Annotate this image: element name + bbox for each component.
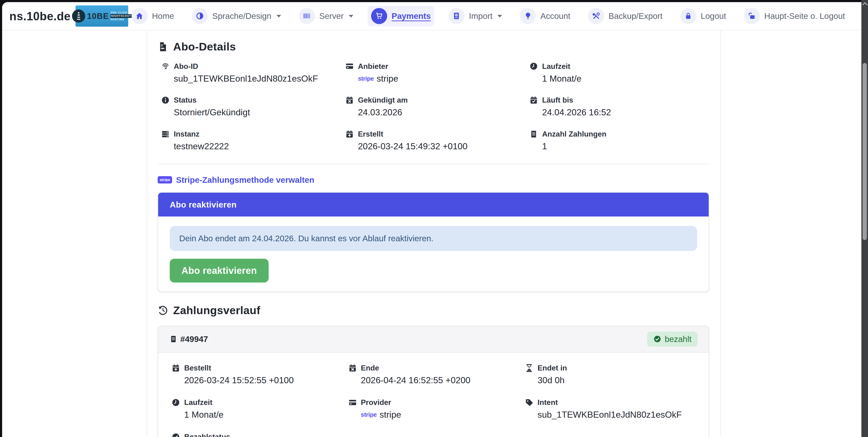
field-intent: Intent sub_1TEWKBEonl1eJdN80z1esOkF <box>525 398 697 420</box>
payment-id: #49947 <box>169 334 208 344</box>
calendar-plus-icon <box>345 130 354 139</box>
chevron-down-icon <box>276 15 281 18</box>
nav-item-logout[interactable]: Logout <box>677 6 729 26</box>
check-circle-icon <box>653 335 661 343</box>
field-instanz: Instanz testnew22222 <box>161 130 341 152</box>
clock-icon <box>172 398 180 407</box>
server-icon <box>161 130 170 139</box>
nav-item-account[interactable]: Account <box>517 6 574 26</box>
unlock-icon <box>744 8 760 24</box>
field-status: Status Storniert/Gekündigt <box>161 96 341 117</box>
left-margin <box>2 30 147 437</box>
field-bestellt: Bestellt 2026-03-24 15:52:55 +0100 <box>172 364 344 385</box>
hourglass-icon <box>525 364 534 373</box>
paid-status-badge: bezahlt <box>647 332 698 346</box>
reactivate-card: Abo reaktivieren Dein Abo endet am 24.04… <box>158 192 709 292</box>
page-body: Abo-Details Abo-ID sub_1TEWKBEonl1eJdN80… <box>2 30 861 437</box>
receipt-icon <box>169 335 178 343</box>
right-margin <box>721 30 861 437</box>
info-circle-icon <box>161 96 170 105</box>
tools-icon <box>588 8 604 24</box>
lightbulb-icon <box>520 8 536 24</box>
chevron-down-icon <box>349 15 353 18</box>
section-divider <box>158 164 709 164</box>
calendar-check-icon <box>529 96 538 105</box>
stripe-logo-badge: stripe <box>158 176 172 183</box>
scrollbar[interactable] <box>861 0 868 437</box>
field-erstellt: Erstellt 2026-03-24 15:49:32 +0100 <box>345 130 525 152</box>
home-icon <box>131 8 148 24</box>
credit-card-icon <box>345 62 354 71</box>
clock-icon <box>529 62 538 71</box>
cart-icon <box>371 8 387 24</box>
nav-item-import[interactable]: Import <box>445 6 506 26</box>
field-abo-id: Abo-ID sub_1TEWKBEonl1eJdN80z1esOkF <box>161 62 341 83</box>
stripe-manage-link[interactable]: stripe Stripe-Zahlungsmethode verwalten <box>158 175 314 184</box>
credit-card-icon <box>348 398 357 407</box>
desktop-frame: ns.10be.de 10BE ONE CLICK NIGHTSCOUT HOS… <box>0 0 868 437</box>
nav-item-hauptseite-logout[interactable]: Haupt-Seite o. Logout <box>741 6 848 26</box>
main-content: Abo-Details Abo-ID sub_1TEWKBEonl1eJdN80… <box>147 30 720 437</box>
passport-icon <box>448 8 465 24</box>
calendar-plus-icon <box>172 364 180 373</box>
field-anbieter: Anbieter stripestripe <box>345 62 525 83</box>
payment-entry-header: #49947 bezahlt <box>158 326 709 352</box>
brand-logo: 10BE ONE CLICK NIGHTSCOUT HOSTING <box>75 5 128 26</box>
field-provider: Provider stripestripe <box>348 398 521 420</box>
reactivate-card-body: Dein Abo endet am 24.04.2026. Du kannst … <box>158 216 709 291</box>
stripe-wordmark: stripe <box>361 411 377 418</box>
nav-item-sprache-design[interactable]: Sprache/Design <box>188 6 284 26</box>
field-pay-laufzeit: Laufzeit 1 Monat/e <box>172 398 344 420</box>
chevron-down-icon <box>497 15 502 18</box>
field-bezahlstatus: Bezahlstatus bezahlt <box>172 433 344 437</box>
field-laeuft-bis: Läuft bis 24.04.2026 16:52 <box>529 96 709 117</box>
field-anzahl-zahlungen: Anzahl Zahlungen 1 <box>529 130 709 152</box>
contrast-icon <box>192 8 208 24</box>
payment-entry-card: #49947 bezahlt Bestellt 2026-03-24 15:52… <box>158 326 709 437</box>
field-endet-in: Endet in 30d 0h <box>525 364 697 385</box>
stripe-wordmark: stripe <box>358 75 374 82</box>
reactivate-info-alert: Dein Abo endet am 24.04.2026. Du kannst … <box>170 226 697 251</box>
reactivate-button[interactable]: Abo reaktivieren <box>170 259 269 282</box>
nav-item-payments[interactable]: Payments <box>368 6 434 26</box>
top-navbar: ns.10be.de 10BE ONE CLICK NIGHTSCOUT HOS… <box>2 2 861 30</box>
field-laufzeit: Laufzeit 1 Monat/e <box>529 62 709 83</box>
payment-history-title: Zahlungsverlauf <box>158 304 709 317</box>
calendar-x-icon <box>348 364 357 373</box>
nav-item-backup-export[interactable]: Backup/Export <box>585 6 666 26</box>
receipt-icon <box>529 130 538 139</box>
field-gekuendigt-am: Gekündigt am 24.03.2026 <box>345 96 525 117</box>
calendar-x-icon <box>345 96 354 105</box>
reactivate-card-header: Abo reaktivieren <box>158 193 709 216</box>
payment-entry-body: Bestellt 2026-03-24 15:52:55 +0100 Ende … <box>158 352 709 437</box>
field-ende: Ende 2026-04-24 16:52:55 +0200 <box>348 364 521 385</box>
scroll-up-arrow-icon[interactable] <box>862 2 868 7</box>
lock-icon <box>680 8 696 24</box>
scrollbar-thumb[interactable] <box>863 63 867 240</box>
abo-details-grid: Abo-ID sub_1TEWKBEonl1eJdN80z1esOkF Anbi… <box>158 62 709 152</box>
brand-title: ns.10be.de <box>9 9 70 23</box>
logo-text-10be: 10BE <box>87 11 109 21</box>
tag-icon <box>525 398 534 407</box>
barcode-icon <box>299 8 315 24</box>
history-icon <box>158 305 168 316</box>
abo-details-title: Abo-Details <box>158 40 709 53</box>
file-invoice-icon <box>158 41 168 52</box>
browser-page: ns.10be.de 10BE ONE CLICK NIGHTSCOUT HOS… <box>2 2 861 437</box>
nav-item-home[interactable]: Home <box>128 6 178 26</box>
lighthouse-icon <box>72 9 85 23</box>
nav-item-server[interactable]: Server <box>295 6 357 26</box>
fingerprint-icon <box>161 62 170 71</box>
nav-menu: Home Sprache/Design Server Payments <box>128 6 848 26</box>
check-circle-icon <box>172 433 180 437</box>
